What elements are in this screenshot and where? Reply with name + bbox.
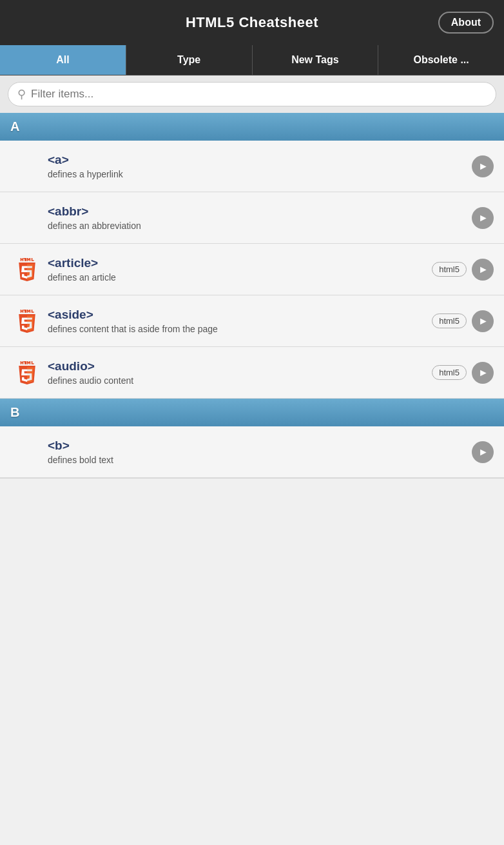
tab-bar: All Type New Tags Obsolete ... [0,45,504,75]
search-container: ⚲ [0,75,504,113]
item-right: ► [472,155,494,177]
item-tag: <audio> [48,359,432,373]
section-header-b: B [0,399,504,426]
item-right: ► [472,207,494,229]
item-desc: defines a hyperlink [48,169,472,179]
html5-shield-icon [15,310,39,333]
item-tag: <b> [48,439,472,453]
item-desc: defines audio content [48,375,432,386]
search-icon: ⚲ [17,88,26,100]
html5-badge: html5 [432,313,467,328]
tab-all[interactable]: All [0,45,126,75]
search-wrapper: ⚲ [8,82,496,106]
chevron-button[interactable]: ► [472,155,494,177]
section-letter-a: A [10,119,19,134]
html5-shield-icon [15,258,39,281]
item-text: <audio> defines audio content [48,359,432,386]
item-desc: defines content that is aside from the p… [48,324,432,334]
chevron-button[interactable]: ► [472,441,494,463]
chevron-right-icon: ► [478,447,489,457]
search-input[interactable] [31,88,487,101]
chevron-button[interactable]: ► [472,362,494,384]
item-desc: defines an article [48,272,432,283]
chevron-right-icon: ► [478,316,489,326]
item-text: <b> defines bold text [48,439,472,465]
app-header: HTML5 Cheatsheet About [0,0,504,45]
tab-obsolete[interactable]: Obsolete ... [378,45,504,75]
section-header-a: A [0,113,504,141]
html5-icon-wrap [13,310,41,333]
item-text: <a> defines a hyperlink [48,153,472,179]
chevron-button[interactable]: ► [472,259,494,281]
html5-shield-icon [15,361,39,384]
item-right: ► [472,441,494,463]
list-item[interactable]: <article> defines an article html5 ► [0,244,504,295]
html5-badge: html5 [432,365,467,380]
html5-icon-wrap [13,258,41,281]
about-button[interactable]: About [438,12,494,34]
list-item[interactable]: <b> defines bold text ► [0,426,504,478]
tab-type[interactable]: Type [126,45,253,75]
list-divider [0,478,504,479]
app-title: HTML5 Cheatsheet [186,14,318,31]
tab-new-tags[interactable]: New Tags [253,45,379,75]
chevron-button[interactable]: ► [472,310,494,332]
list-item[interactable]: <a> defines a hyperlink ► [0,141,504,192]
item-right: html5 ► [432,310,494,332]
chevron-right-icon: ► [478,368,489,378]
item-right: html5 ► [432,362,494,384]
item-desc: defines bold text [48,455,472,465]
item-tag: <aside> [48,308,432,322]
html5-badge: html5 [432,262,467,277]
chevron-button[interactable]: ► [472,207,494,229]
item-text: <article> defines an article [48,256,432,283]
item-text: <aside> defines content that is aside fr… [48,308,432,334]
list-item[interactable]: <audio> defines audio content html5 ► [0,347,504,399]
item-tag: <a> [48,153,472,167]
item-text: <abbr> defines an abbreviation [48,204,472,231]
list-item[interactable]: <aside> defines content that is aside fr… [0,295,504,347]
section-letter-b: B [10,405,19,420]
item-desc: defines an abbreviation [48,221,472,231]
item-tag: <abbr> [48,204,472,219]
html5-icon-wrap [13,361,41,384]
list-item[interactable]: <abbr> defines an abbreviation ► [0,192,504,244]
item-tag: <article> [48,256,432,270]
chevron-right-icon: ► [478,161,489,172]
item-right: html5 ► [432,259,494,281]
chevron-right-icon: ► [478,264,489,275]
chevron-right-icon: ► [478,213,489,223]
